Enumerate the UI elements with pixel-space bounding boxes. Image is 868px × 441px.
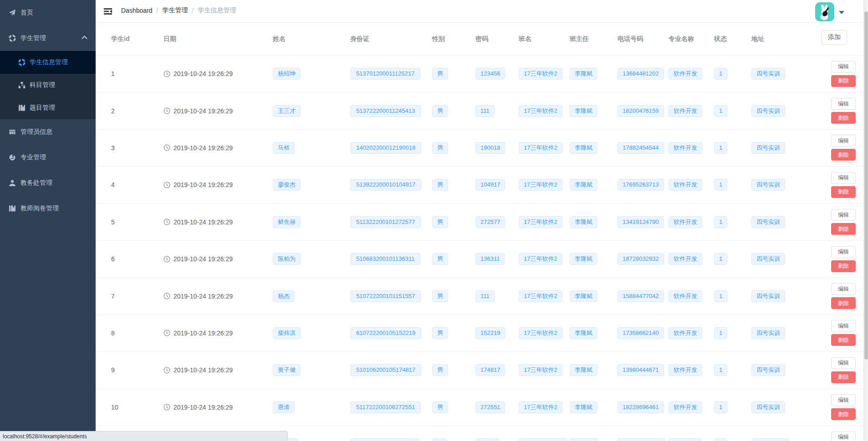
idcard-tag: 513922200010104917 [350,179,421,191]
password-tag: 272551 [475,401,505,413]
delete-button[interactable]: 删除 [831,223,856,235]
password-tag: 104917 [475,179,505,191]
table-row: 9 2019-10-24 19:26:29 黄子健 51010620010517… [96,352,863,389]
breadcrumb-dashboard[interactable]: Dashboard [121,7,153,14]
address-tag: 四号实训 [751,290,785,302]
breadcrumb-separator: / [157,7,158,14]
sidebar-item-label: 教务处管理 [20,179,52,187]
sidebar-item-teacher-grading-mgmt[interactable]: 教师阅卷管理 [0,196,96,221]
password-tag: 152219 [475,327,505,339]
edit-button[interactable]: 编辑 [831,357,856,369]
edit-button[interactable]: 编辑 [831,98,856,110]
table-row: 7 2019-10-24 19:26:29 杨杰 510722200101151… [96,278,863,314]
phone-tag: 15884477042 [618,290,664,302]
date-cell: 2019-10-24 19:26:29 [163,255,273,263]
name-tag: 马裕 [273,142,295,154]
delete-button[interactable]: 删除 [831,112,856,124]
sidebar-item-label: 管理员信息 [20,128,52,136]
date-value: 2019-10-24 19:26:29 [174,293,233,300]
sidebar-item-student-info-mgmt[interactable]: 学生信息管理 [0,51,96,74]
class-tag: 17三年软件2 [519,327,562,339]
password-tag: 174817 [475,364,505,376]
delete-button[interactable]: 删除 [831,297,856,309]
sidebar-item-admin-info[interactable]: 管理员信息 [0,119,96,145]
student-id: 6 [111,255,115,263]
idcard-tag: 513722200011245413 [350,105,421,117]
delete-button[interactable]: 删除 [831,334,856,346]
date-value: 2019-10-24 19:26:29 [174,404,233,411]
edit-button[interactable]: 编辑 [831,320,856,332]
edit-button[interactable]: 编辑 [831,283,856,295]
address-tag: 四号实训 [751,142,785,154]
date-cell: 2019-10-24 19:26:29 [163,70,273,77]
breadcrumb-separator: / [192,7,194,14]
status-tag [714,438,727,441]
sidebar-collapse-icon[interactable] [103,6,113,16]
edit-button[interactable]: 编辑 [831,394,856,406]
edit-button[interactable]: 编辑 [831,209,856,221]
edit-button[interactable]: 编辑 [831,172,856,184]
table-header-row: 学生id 日期 姓名 身份证 性别 密码 班名 班主任 电话号码 专业名称 状态… [96,23,863,56]
edit-button[interactable]: 编辑 [831,61,856,73]
scrollbar-thumb[interactable] [864,11,868,360]
gender-tag: 男 [432,253,448,265]
gender-tag: 男 [432,216,448,228]
sidebar-item-major-mgmt[interactable]: 专业管理 [0,145,96,170]
chevron-up-icon [82,35,87,41]
class-tag: 17三年软件2 [519,216,562,228]
edit-button[interactable]: 编辑 [831,135,856,147]
major-tag: 软件开发 [669,105,702,117]
edit-button[interactable]: 编辑 [831,246,856,258]
caret-down-icon[interactable] [839,11,844,14]
major-tag: 软件开发 [669,364,702,376]
gender-tag: 男 [432,179,448,191]
status-tag: 1 [714,68,727,80]
sidebar-item-label: 专业管理 [20,153,46,162]
gender-tag: 男 [432,327,448,339]
tree-icon [18,81,26,89]
status-tag: 1 [714,290,727,302]
avatar[interactable] [815,2,834,21]
sidebar-item-home[interactable]: 首页 [0,0,96,25]
add-button[interactable]: 添加 [822,30,847,45]
edit-button[interactable]: 编辑 [831,431,856,441]
delete-button[interactable]: 删除 [831,149,856,161]
student-id: 7 [111,293,115,300]
delete-button[interactable]: 删除 [831,260,856,272]
column-header: 姓名 [273,35,350,43]
sidebar-item-label: 学生管理 [20,34,46,42]
statusbar-url: localhost:9528/#/example/students [3,433,87,440]
idcard-tag: 511322200101272577 [350,216,421,228]
teacher-tag: 李隆斌 [570,142,597,154]
sidebar-item-student-mgmt[interactable]: 学生管理 [0,25,96,51]
delete-button[interactable]: 删除 [831,75,856,87]
delete-button[interactable]: 删除 [831,371,856,383]
name-tag: 鲜先禄 [273,216,301,228]
sidebar-item-question-mgmt[interactable]: 题目管理 [0,96,96,119]
address-tag: 四号实训 [751,179,785,191]
column-header: 状态 [714,35,751,43]
book-icon [18,104,26,112]
idcard-tag: 513701200011125217 [350,68,420,80]
sidebar-item-label: 学生信息管理 [30,58,68,66]
app-window: 首页 学生管理 学生信息管理 科目管理 题目管理 管理员信息 [0,0,868,441]
name-tag: 杨杰 [273,290,295,302]
idcard-tag: 510683200101136311 [350,253,420,265]
breadcrumb-student-mgmt[interactable]: 学生管理 [162,6,188,15]
major-tag: 软件开发 [669,68,702,80]
address-tag: 四号实训 [751,364,785,376]
student-id: 5 [111,218,115,226]
sidebar-item-academic-affairs-mgmt[interactable]: 教务处管理 [0,170,96,196]
delete-button[interactable]: 删除 [831,186,856,198]
class-tag: 17三年软件2 [519,364,562,376]
class-tag: 17三年软件2 [519,290,562,302]
major-tag: 软件开发 [669,401,702,413]
sidebar-item-subject-mgmt[interactable]: 科目管理 [0,74,96,96]
delete-button[interactable]: 删除 [831,408,856,420]
sidebar-item-label: 首页 [20,9,33,17]
table-row: 10 2019-10-24 19:26:29 唐涛 51172220010627… [96,389,863,426]
clock-icon [163,329,170,336]
phone-tag: 13419124790 [618,216,664,228]
gender-tag: 男 [432,364,448,376]
clock-icon [163,107,170,114]
